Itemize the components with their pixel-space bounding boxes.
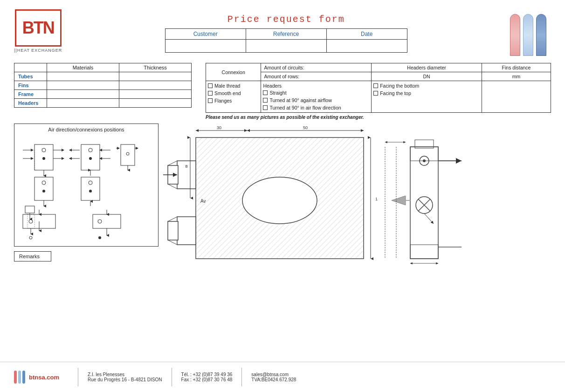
svg-text:8: 8 — [185, 164, 187, 169]
materials-table: Materials Thickness Tubes Fins — [14, 63, 192, 108]
reference-value[interactable] — [246, 40, 326, 53]
facing-bottom-checkbox[interactable] — [373, 83, 378, 88]
flanges-label: Flanges — [214, 98, 232, 103]
air-direction-title: Air direction/connexions positions — [18, 127, 154, 132]
svg-point-74 — [423, 159, 426, 162]
customer-value[interactable] — [165, 40, 246, 53]
footer-website: btnsa.com — [29, 374, 59, 381]
title-area: Price request form Customer Reference Da… — [62, 9, 510, 53]
amount-circuits-label: Amount of circuits: — [261, 63, 372, 72]
svg-point-14 — [89, 157, 92, 160]
date-value[interactable] — [326, 40, 407, 53]
tubes-thickness[interactable] — [119, 72, 192, 81]
remarks-label: Remarks — [19, 254, 40, 259]
amount-rows-label: Amount of rows: — [261, 72, 372, 81]
frame-thickness[interactable] — [119, 90, 192, 99]
male-thread-checkbox[interactable] — [208, 83, 213, 88]
straight-row: Straight — [263, 90, 369, 96]
footer-tel: Tél. : +32 (0)87 39 49 36 — [181, 372, 233, 377]
tube-blue — [536, 14, 546, 56]
logo-text: BTN — [22, 18, 54, 38]
technical-diagram-svg: 30 50 8 Av 1 — [163, 124, 517, 268]
facing-top-label: Facing the top — [380, 90, 411, 96]
footer-email: sales@btnsa.com — [251, 372, 296, 377]
svg-marker-76 — [392, 196, 406, 205]
footer-divider-2 — [172, 368, 172, 386]
headers-label: Headers — [14, 99, 47, 108]
materials-header: Materials — [47, 63, 119, 72]
header-table: Customer Reference Date — [165, 28, 407, 53]
svg-rect-39 — [93, 214, 121, 228]
svg-line-51 — [168, 184, 177, 189]
logo-subtitle: ||HEAT EXCHANGER — [14, 48, 62, 53]
svg-text:Av: Av — [200, 199, 206, 204]
fins-materials[interactable] — [47, 81, 119, 90]
note-text: Please send us as many pictures as possi… — [206, 115, 551, 120]
male-thread-label: Male thread — [214, 83, 240, 89]
smooth-end-row: Smooth end — [208, 90, 259, 96]
frame-label: Frame — [14, 90, 47, 99]
svg-point-43 — [98, 236, 101, 239]
fins-thickness[interactable] — [119, 81, 192, 90]
svg-rect-53 — [168, 221, 178, 240]
footer-divider-3 — [241, 368, 242, 386]
footer-bar-1 — [14, 371, 17, 384]
headers-materials[interactable] — [47, 99, 119, 108]
page-title: Price request form — [62, 14, 510, 25]
headers-thickness[interactable] — [119, 99, 192, 108]
svg-rect-69 — [410, 245, 438, 259]
reference-label: Reference — [246, 29, 326, 40]
footer-address: Z.I. les Plenesses Rue du Progrès 16 - B… — [88, 372, 162, 382]
turned-with-checkbox[interactable] — [263, 105, 268, 110]
connexion-section: Connexion Amount of circuits: Headers di… — [206, 63, 551, 120]
facing-top-row: Facing the top — [373, 90, 480, 96]
svg-point-6 — [42, 157, 45, 160]
svg-point-40 — [98, 220, 102, 223]
straight-checkbox[interactable] — [263, 90, 268, 95]
fins-label: Fins — [14, 81, 47, 90]
connexion-table: Connexion Amount of circuits: Headers di… — [206, 63, 551, 113]
footer-address-line2: Rue du Progrès 16 - B-4821 DISON — [88, 377, 162, 382]
svg-rect-33 — [28, 214, 34, 228]
turned-with-label: Turned at 90° in air flow direction — [269, 105, 341, 110]
table-row: Fins — [14, 81, 192, 90]
svg-point-21 — [42, 181, 46, 185]
svg-point-22 — [42, 190, 45, 193]
svg-point-1 — [42, 148, 46, 152]
connexion-options-row: Male thread Smooth end Flanges — [206, 81, 551, 113]
tubes-materials[interactable] — [47, 72, 119, 81]
header: BTN ||HEAT EXCHANGER Price request form … — [0, 0, 565, 61]
svg-text:50: 50 — [303, 125, 308, 130]
smooth-end-checkbox[interactable] — [208, 91, 213, 96]
svg-rect-66 — [410, 147, 438, 259]
materials-section: Materials Thickness Tubes Fins — [14, 63, 551, 120]
svg-point-34 — [29, 220, 33, 223]
table-row: Frame — [14, 90, 192, 99]
deco-tubes — [510, 9, 551, 56]
svg-line-50 — [168, 161, 177, 165]
date-label: Date — [326, 29, 407, 40]
footer-tel-fax: Tél. : +32 (0)87 39 49 36 Fax : +32 (0)8… — [181, 372, 233, 382]
svg-line-55 — [168, 240, 177, 245]
footer-bar-3 — [22, 371, 25, 384]
headers-sub-label: Headers — [263, 83, 369, 89]
turned-against-label: Turned at 90° against airflow — [269, 97, 331, 103]
facing-bottom-row: Facing the bottom — [373, 83, 480, 89]
frame-materials[interactable] — [47, 90, 119, 99]
footer-fax: Fax : +32 (0)87 30 76 48 — [181, 377, 233, 382]
footer-address-line1: Z.I. les Plenesses — [88, 372, 162, 377]
air-direction-svg — [18, 135, 153, 242]
mm-label: mm — [482, 72, 551, 81]
flanges-checkbox[interactable] — [208, 98, 213, 103]
footer: btnsa.com Z.I. les Plenesses Rue du Prog… — [0, 362, 565, 392]
logo-area: BTN ||HEAT EXCHANGER — [14, 9, 62, 53]
footer-logo: btnsa.com — [14, 371, 59, 384]
customer-label: Customer — [165, 29, 246, 40]
svg-point-37 — [29, 236, 32, 239]
fins-dist-input-cell[interactable] — [482, 81, 551, 113]
facing-top-checkbox[interactable] — [373, 91, 378, 96]
turned-against-checkbox[interactable] — [263, 98, 268, 103]
footer-bars-icon — [14, 371, 25, 384]
table-row: Tubes — [14, 72, 192, 81]
remarks-section: Remarks — [14, 251, 158, 261]
